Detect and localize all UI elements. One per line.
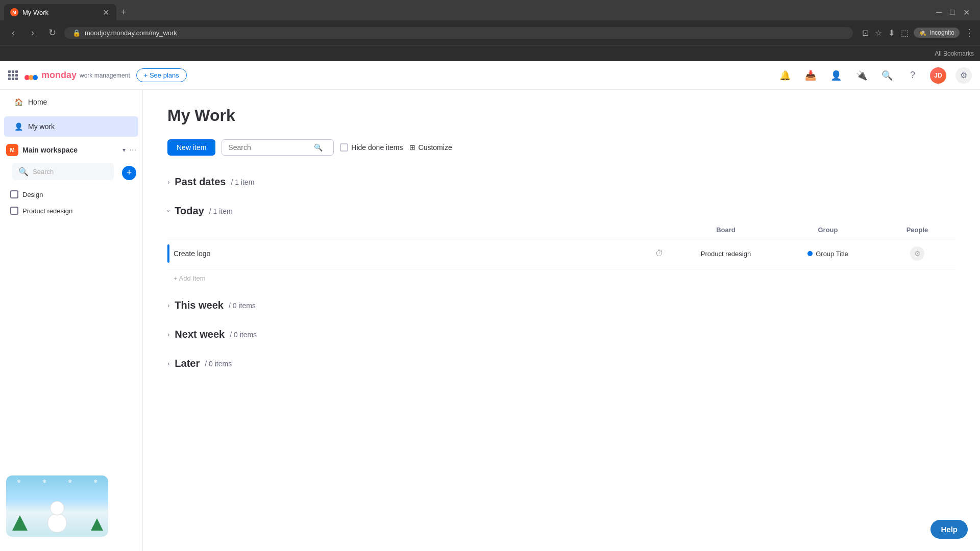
section-next-week: › Next week / 0 items	[167, 320, 955, 345]
section-next-week-header[interactable]: › Next week / 0 items	[167, 320, 955, 345]
search-input[interactable]	[228, 143, 310, 152]
sidebar-item-design[interactable]: Design	[0, 186, 142, 203]
today-chevron-icon: ›	[165, 210, 173, 212]
window-controls: ─ □ ✕	[936, 8, 976, 17]
section-later-header[interactable]: › Later / 0 items	[167, 349, 955, 374]
incognito-indicator: 🕵 Incognito	[914, 28, 960, 38]
integrations-button[interactable]: 🔌	[853, 67, 870, 84]
bookmarks-bar: All Bookmarks	[0, 45, 980, 61]
browser-tab-bar: M My Work ✕ + ─ □ ✕	[0, 0, 980, 20]
workspace-header[interactable]: M Main workspace ▾ ···	[0, 139, 142, 161]
sidebar-item-home[interactable]: 🏠 Home	[4, 92, 138, 112]
inbox-button[interactable]: 📥	[802, 67, 819, 84]
back-button[interactable]: ‹	[6, 26, 20, 40]
col-header-name	[167, 226, 644, 234]
snowman-head	[50, 501, 64, 515]
hide-done-checkbox[interactable]	[340, 143, 348, 152]
workspace-chevron-icon: ▾	[122, 146, 126, 154]
hide-done-label: Hide done items	[351, 143, 403, 152]
timer-icon[interactable]: ⏱	[655, 249, 664, 258]
maximize-button[interactable]: □	[950, 8, 955, 17]
sidebar: 🏠 Home 👤 My work M Main workspace ▾ ··· …	[0, 90, 143, 551]
home-label: Home	[28, 98, 47, 106]
incognito-icon: 🕵	[919, 29, 926, 36]
sidebar-item-mywork[interactable]: 👤 My work	[4, 116, 138, 137]
board-name-label: Product redesign	[701, 250, 751, 258]
app-container: monday work management + See plans 🔔 📥 👤…	[0, 61, 980, 551]
lock-icon: 🔒	[72, 29, 81, 37]
today-table-header: Board Group People	[167, 222, 955, 238]
main-content: My Work New item 🔍 Hide done items ⊞ Cus…	[143, 90, 980, 551]
table-row: Create logo ⏱ Product redesign Group Tit…	[167, 238, 955, 269]
tab-title: My Work	[22, 9, 97, 16]
customize-icon: ⊞	[409, 143, 415, 152]
profile-icon[interactable]: ⬚	[901, 28, 909, 38]
sidebar-search[interactable]: 🔍 Search	[12, 163, 114, 180]
download-icon[interactable]: ⬇	[888, 28, 895, 38]
invite-button[interactable]: 👤	[828, 67, 844, 84]
mywork-label: My work	[28, 122, 55, 131]
item-label-create-logo: Create logo	[174, 249, 210, 258]
forward-button[interactable]: ›	[26, 26, 40, 40]
monday-sub-text: work management	[80, 72, 130, 79]
section-past-dates: › Past dates / 1 item	[167, 168, 955, 193]
more-options-icon[interactable]: ⋮	[965, 27, 974, 38]
section-this-week-header[interactable]: › This week / 0 items	[167, 291, 955, 316]
sidebar-item-label-product-redesign: Product redesign	[22, 207, 72, 215]
toolbar-icons: ⊡ ☆ ⬇ ⬚	[862, 28, 909, 38]
help-button[interactable]: ?	[904, 67, 921, 84]
search-button[interactable]: 🔍	[879, 67, 895, 84]
group-cell: Group Title	[777, 250, 879, 258]
minimize-button[interactable]: ─	[936, 8, 942, 17]
user-avatar[interactable]: JD	[930, 67, 946, 84]
content-toolbar: New item 🔍 Hide done items ⊞ Customize	[167, 139, 955, 156]
people-avatar[interactable]: ⚙	[910, 246, 924, 261]
sidebar-add-button[interactable]: +	[122, 166, 136, 180]
customize-label: Customize	[419, 143, 452, 152]
item-name-create-logo[interactable]: Create logo	[167, 238, 644, 269]
this-week-count-label: 0 items	[233, 302, 256, 310]
past-dates-count-label: 1 item	[235, 178, 254, 186]
top-nav-left: monday work management + See plans	[8, 68, 187, 83]
later-title: Later	[175, 358, 200, 369]
sidebar-item-label-design: Design	[22, 191, 43, 198]
settings-button[interactable]: ⚙	[955, 67, 972, 84]
snowman-scene: ❄❄❄❄	[6, 475, 108, 537]
new-item-button[interactable]: New item	[167, 139, 215, 156]
apps-grid-icon[interactable]	[8, 70, 18, 80]
bookmark-star-icon[interactable]: ☆	[875, 28, 882, 38]
tree-right-icon	[91, 518, 103, 531]
today-title: Today	[175, 205, 204, 217]
board-cell: Product redesign	[675, 250, 777, 258]
see-plans-button[interactable]: + See plans	[136, 68, 187, 82]
tree-left-icon	[12, 515, 28, 531]
snowman-area: ❄❄❄❄	[0, 469, 142, 543]
browser-tab[interactable]: M My Work ✕	[4, 4, 116, 20]
snowman-body	[47, 513, 67, 533]
notifications-button[interactable]: 🔔	[777, 67, 793, 84]
workspace-name: Main workspace	[22, 146, 118, 154]
add-item-row[interactable]: + Add Item	[167, 269, 955, 287]
sidebar-item-product-redesign[interactable]: Product redesign	[0, 203, 142, 219]
section-this-week: › This week / 0 items	[167, 291, 955, 316]
search-bar[interactable]: 🔍	[222, 139, 334, 156]
refresh-button[interactable]: ↻	[45, 26, 59, 40]
snowman-figure	[47, 501, 67, 533]
customize-button[interactable]: ⊞ Customize	[409, 143, 452, 152]
search-icon: 🔍	[314, 143, 323, 152]
help-floating-button[interactable]: Help	[930, 520, 968, 539]
extension-icon[interactable]: ⊡	[862, 28, 869, 38]
section-past-dates-header[interactable]: › Past dates / 1 item	[167, 168, 955, 193]
new-tab-button[interactable]: +	[116, 5, 131, 19]
col-header-board: Board	[675, 226, 777, 234]
workspace-more-icon[interactable]: ···	[130, 145, 136, 155]
hide-done-toggle[interactable]: Hide done items	[340, 143, 403, 152]
section-today-header[interactable]: › Today / 1 item	[167, 197, 955, 222]
app-body: 🏠 Home 👤 My work M Main workspace ▾ ··· …	[0, 90, 980, 551]
tab-close-button[interactable]: ✕	[101, 8, 110, 17]
browser-chrome: M My Work ✕ + ─ □ ✕ ‹ › ↻ 🔒 moodjoy.mond…	[0, 0, 980, 61]
next-week-chevron-icon: ›	[167, 331, 169, 338]
close-window-button[interactable]: ✕	[963, 8, 970, 17]
address-bar[interactable]: 🔒 moodjoy.monday.com/my_work	[64, 27, 853, 39]
next-week-count-label: 0 items	[234, 331, 257, 339]
